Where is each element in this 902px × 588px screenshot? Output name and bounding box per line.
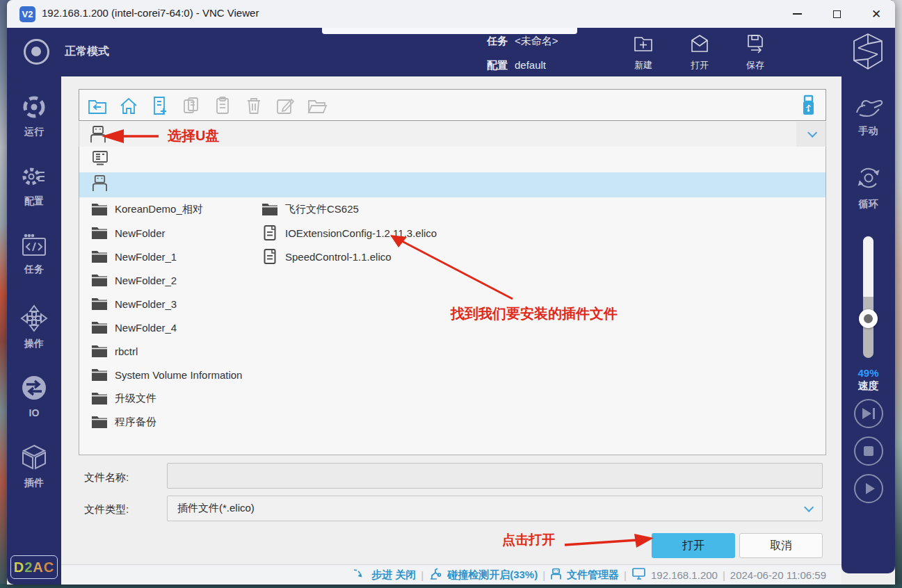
home-icon[interactable] — [119, 96, 138, 115]
sidebar-item-loop[interactable]: 循环 — [841, 163, 895, 211]
entry-label: IOExtensionConfig-1.2.11.3.elico — [285, 227, 437, 239]
monitor-icon — [631, 567, 646, 582]
sidebar-item-config[interactable]: 配置 — [7, 163, 61, 208]
file-list-row-folder[interactable]: rbctrl — [91, 339, 321, 363]
config-label: 配置 — [487, 59, 508, 71]
skip-next-icon — [862, 408, 871, 419]
mode-label: 正常模式 — [65, 44, 109, 59]
file-list-row-file[interactable]: IOExtensionConfig-1.2.11.3.elico — [261, 221, 540, 245]
entry-label: 飞行文件CS625 — [285, 203, 359, 216]
file-type-label: 文件类型: — [84, 503, 129, 516]
file-type-select[interactable]: 插件文件(*.elico) — [167, 496, 823, 521]
open-folder-icon[interactable] — [307, 96, 326, 115]
open-button[interactable]: 打开 — [652, 533, 735, 558]
device-row-computer[interactable] — [79, 147, 826, 172]
speed-slider-knob[interactable] — [859, 309, 878, 328]
delete-icon[interactable] — [244, 96, 264, 115]
chevron-down-icon — [804, 502, 814, 512]
vnc-toolbar-notch[interactable] — [322, 28, 577, 34]
maximize-button[interactable] — [821, 0, 853, 28]
play-button[interactable] — [854, 474, 883, 503]
close-button[interactable]: ✕ — [860, 0, 892, 28]
new-task-button[interactable]: 新建 — [618, 33, 669, 72]
jog-arrows-icon — [20, 322, 48, 334]
file-list-row-folder[interactable]: 飞行文件CS625 — [261, 197, 540, 221]
entry-label: System Volume Information — [115, 369, 242, 381]
folder-icon — [91, 367, 108, 382]
save-task-icon — [744, 44, 766, 56]
file-list-row-folder[interactable]: 程序备份 — [91, 410, 321, 434]
save-task-button[interactable]: 保存 — [730, 33, 781, 72]
vnc-logo-icon: V2 — [19, 6, 35, 22]
collision-icon — [428, 567, 442, 583]
file-list-row-folder[interactable]: System Volume Information — [91, 363, 321, 386]
task-code-icon — [20, 248, 48, 260]
sidebar-item-manual[interactable]: 手动 — [841, 92, 895, 138]
d2ac-badge[interactable]: D2AC — [10, 555, 58, 579]
window-title: 192.168.1.200 (intel-corei7-64:0) - VNC … — [42, 7, 259, 19]
entry-label: NewFolder_3 — [115, 298, 177, 310]
usb-plug-icon — [550, 568, 562, 582]
folder-icon — [91, 202, 108, 217]
file-list-row-folder[interactable]: NewFolder_3 — [91, 292, 321, 316]
brand-cube-logo — [850, 31, 886, 72]
robot-ip: 192.168.1.200 — [651, 569, 718, 581]
file-name-input[interactable] — [167, 463, 823, 489]
entry-label: rbctrl — [115, 345, 138, 357]
datetime: 2024-06-20 11:06:59 — [730, 569, 826, 581]
drive-selector-dropdown[interactable] — [79, 122, 826, 147]
new-task-icon — [632, 44, 654, 56]
rename-icon[interactable] — [275, 96, 295, 115]
cancel-button[interactable]: 取消 — [739, 533, 823, 558]
copy-icon[interactable] — [182, 96, 201, 115]
speed-label: 速度 — [841, 379, 895, 393]
right-sidebar: 手动 循环 49% 速度 — [841, 76, 895, 573]
app-header: 正常模式 任务<未命名> 配置default 新建 打开 保存 — [7, 28, 895, 76]
folder-back-icon[interactable] — [88, 96, 107, 115]
plugin-cube-icon — [20, 462, 48, 473]
file-list-row-file[interactable]: SpeedControl-1.1.elico — [261, 245, 540, 268]
title-bar[interactable]: V2 192.168.1.200 (intel-corei7-64:0) - V… — [7, 0, 895, 28]
file-list-column-2: 飞行文件CS625IOExtensionConfig-1.2.11.3.elic… — [261, 197, 540, 268]
file-type-value: 插件文件(*.elico) — [177, 502, 255, 515]
folder-icon — [91, 414, 108, 430]
play-icon — [866, 483, 875, 494]
minimize-button[interactable] — [781, 0, 813, 28]
entry-label: NewFolder_2 — [115, 275, 177, 286]
io-swap-icon — [20, 392, 48, 404]
file-list-row-folder[interactable]: 升级文件 — [91, 386, 321, 410]
folder-icon — [91, 249, 108, 264]
sidebar-item-task[interactable]: 任务 — [7, 233, 61, 276]
sidebar-item-run[interactable]: 运行 — [7, 94, 61, 138]
file-list-row-folder[interactable]: NewFolder_2 — [91, 268, 321, 292]
task-value: <未命名> — [515, 35, 558, 47]
stop-button[interactable] — [854, 436, 883, 466]
usb-drive-icon[interactable] — [798, 95, 819, 117]
vnc-viewer-window: V2 192.168.1.200 (intel-corei7-64:0) - V… — [7, 0, 895, 585]
speed-slider[interactable] — [863, 236, 873, 358]
computer-icon — [91, 149, 109, 170]
folder-icon — [91, 296, 108, 311]
entry-label: SpeedControl-1.1.elico — [285, 251, 392, 263]
device-row-usb-selected[interactable] — [79, 172, 826, 197]
skip-next-button[interactable] — [854, 399, 883, 428]
drive-selector-chevron[interactable] — [796, 122, 826, 147]
entry-label: NewFolder_1 — [115, 251, 177, 263]
sidebar-item-plugin[interactable]: 插件 — [7, 443, 61, 489]
entry-label: KoreanDemo_相对 — [115, 203, 203, 216]
new-file-icon[interactable] — [150, 96, 170, 115]
usb-plug-icon — [91, 174, 108, 195]
config-value: default — [515, 59, 546, 71]
settings-gear-icon — [20, 180, 48, 192]
paste-icon[interactable] — [213, 96, 232, 115]
open-task-button[interactable]: 打开 — [674, 33, 725, 72]
mode-indicator-icon — [24, 39, 49, 65]
file-manager-toolbar — [79, 89, 826, 121]
file-list-row-folder[interactable]: NewFolder_4 — [91, 316, 321, 339]
entry-label: NewFolder — [115, 227, 166, 239]
entry-label: NewFolder_4 — [115, 322, 177, 334]
file-icon — [261, 249, 278, 264]
sidebar-item-jog[interactable]: 操作 — [7, 304, 61, 350]
sidebar-item-io[interactable]: IO — [7, 374, 61, 418]
file-list: KoreanDemo_相对NewFolderNewFolder_1NewFold… — [79, 147, 826, 455]
